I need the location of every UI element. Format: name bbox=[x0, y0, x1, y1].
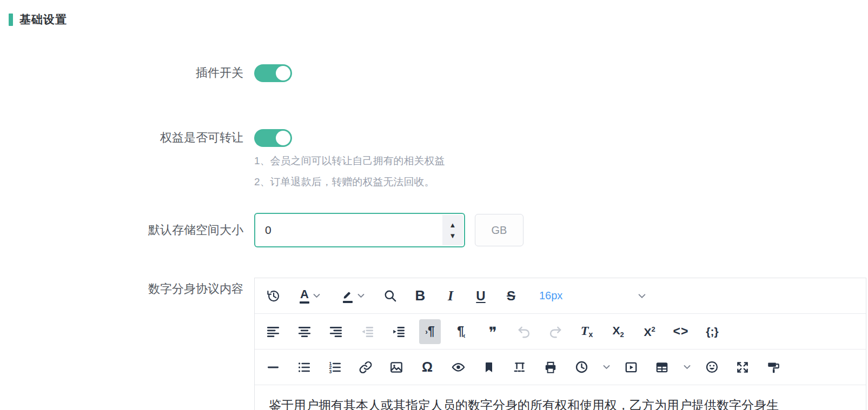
chevron-down-icon bbox=[638, 293, 646, 299]
link-button[interactable] bbox=[355, 355, 376, 380]
search-button[interactable] bbox=[379, 284, 401, 308]
form-row-transferable: 权益是否可转让 bbox=[0, 129, 292, 147]
history-icon bbox=[266, 288, 281, 303]
svg-text:3: 3 bbox=[329, 368, 332, 374]
fullscreen-button[interactable] bbox=[732, 355, 753, 380]
format-paint-button[interactable] bbox=[763, 355, 784, 380]
video-button[interactable] bbox=[620, 355, 642, 380]
fullscreen-icon bbox=[736, 360, 750, 374]
bold-button[interactable]: B bbox=[409, 284, 431, 308]
print-button[interactable] bbox=[540, 355, 561, 380]
chevron-down-icon bbox=[357, 293, 365, 298]
indent-button[interactable] bbox=[388, 319, 409, 344]
font-color-button[interactable]: A bbox=[293, 284, 327, 308]
align-center-button[interactable] bbox=[294, 319, 315, 344]
history-button[interactable] bbox=[262, 284, 284, 308]
paragraph-ltr-button[interactable]: ›¶ bbox=[419, 319, 441, 344]
storage-unit-addon: GB bbox=[475, 214, 524, 246]
form-row-plugin-switch: 插件开关 bbox=[0, 64, 292, 82]
settings-page: 基础设置 插件开关 权益是否可转让 1、会员之间可以转让自己拥有的相关权益 2、… bbox=[0, 0, 868, 410]
clear-format-icon: Tx bbox=[581, 324, 593, 339]
paragraph-ltr-icon: ¶ bbox=[428, 325, 435, 338]
insert-time-button[interactable] bbox=[571, 355, 592, 380]
horizontal-rule-icon bbox=[266, 360, 280, 374]
align-left-button[interactable] bbox=[262, 319, 284, 344]
table-dropdown[interactable] bbox=[682, 355, 692, 380]
highlight-pen-icon bbox=[342, 289, 354, 303]
inline-code-icon: <> bbox=[673, 324, 689, 339]
special-char-button[interactable]: Ω bbox=[416, 355, 438, 380]
redo-button[interactable] bbox=[545, 319, 566, 344]
plugin-switch-toggle[interactable] bbox=[254, 64, 292, 82]
underline-button[interactable]: U bbox=[470, 284, 492, 308]
toggle-knob bbox=[276, 66, 290, 80]
agreement-label: 数字分身协议内容 bbox=[0, 278, 243, 297]
toggle-knob bbox=[276, 131, 290, 145]
outdent-button[interactable] bbox=[356, 319, 378, 344]
redo-icon bbox=[548, 325, 562, 339]
storage-size-input[interactable] bbox=[255, 214, 441, 246]
font-size-select[interactable]: 16px bbox=[534, 284, 650, 308]
blockquote-button[interactable]: ❞ bbox=[482, 319, 503, 344]
table-button[interactable] bbox=[651, 355, 673, 380]
subscript-button[interactable]: X2 bbox=[607, 319, 629, 344]
bookmark-icon bbox=[482, 361, 495, 374]
indent-icon bbox=[392, 325, 406, 339]
section-accent-bar bbox=[9, 14, 13, 26]
editor-toolbar-row-3: 1 2 3 bbox=[255, 349, 866, 385]
transferable-label: 权益是否可转让 bbox=[0, 130, 243, 146]
image-button[interactable] bbox=[386, 355, 407, 380]
align-center-icon bbox=[297, 325, 312, 339]
italic-button[interactable]: I bbox=[440, 284, 461, 308]
bulleted-list-icon bbox=[297, 360, 311, 374]
chevron-down-icon bbox=[603, 365, 610, 369]
preview-button[interactable] bbox=[447, 355, 469, 380]
strikethrough-button[interactable]: S bbox=[500, 284, 522, 308]
print-icon bbox=[544, 360, 558, 374]
plugin-switch-label: 插件开关 bbox=[0, 65, 243, 81]
insert-time-dropdown[interactable] bbox=[601, 355, 611, 380]
align-left-icon bbox=[266, 325, 280, 339]
bold-icon: B bbox=[415, 287, 426, 304]
underline-icon: U bbox=[476, 288, 485, 304]
emoji-button[interactable] bbox=[701, 355, 723, 380]
spinner-down-icon[interactable]: ▼ bbox=[449, 232, 456, 239]
paint-roller-icon bbox=[766, 360, 780, 374]
blockquote-icon: ❞ bbox=[488, 323, 496, 340]
highlight-button[interactable] bbox=[336, 284, 370, 308]
arrow-left-glyph: ‹ bbox=[463, 332, 466, 339]
editor-content[interactable]: 鉴于用户拥有其本人或其指定人员的数字分身的所有权和使用权，乙方为用户提供数字分身… bbox=[255, 385, 866, 410]
superscript-button[interactable]: X2 bbox=[639, 319, 660, 344]
form-row-storage-size: 默认存储空间大小 ▲ ▼ GB bbox=[0, 213, 524, 247]
page-break-icon bbox=[513, 360, 527, 374]
page-break-button[interactable] bbox=[509, 355, 531, 380]
number-spinner: ▲ ▼ bbox=[442, 215, 463, 245]
image-icon bbox=[389, 360, 403, 374]
code-block-button[interactable]: {;} bbox=[701, 319, 723, 344]
table-icon bbox=[655, 360, 669, 374]
emoji-icon bbox=[705, 360, 719, 374]
undo-icon bbox=[517, 325, 531, 339]
numbered-list-button[interactable]: 1 2 3 bbox=[324, 355, 346, 380]
subscript-icon: X2 bbox=[612, 325, 624, 339]
font-color-icon: A bbox=[300, 288, 309, 304]
undo-button[interactable] bbox=[513, 319, 535, 344]
section-title: 基础设置 bbox=[19, 12, 67, 27]
bulleted-list-button[interactable] bbox=[293, 355, 315, 380]
inline-code-button[interactable]: <> bbox=[670, 319, 692, 344]
bookmark-button[interactable] bbox=[478, 355, 500, 380]
clock-icon bbox=[574, 360, 589, 374]
omega-icon: Ω bbox=[422, 359, 433, 375]
tip-line-1: 1、会员之间可以转让自己拥有的相关权益 bbox=[254, 154, 445, 167]
spinner-up-icon[interactable]: ▲ bbox=[449, 221, 456, 228]
clear-format-button[interactable]: Tx bbox=[576, 319, 598, 344]
align-right-button[interactable] bbox=[325, 319, 347, 344]
strikethrough-icon: S bbox=[507, 288, 515, 304]
numbered-list-icon: 1 2 3 bbox=[328, 360, 342, 374]
horizontal-rule-button[interactable] bbox=[262, 355, 284, 380]
paragraph-rtl-button[interactable]: ¶‹ bbox=[450, 319, 472, 344]
search-icon bbox=[383, 288, 397, 303]
editor-toolbar-row-1: A bbox=[255, 278, 866, 314]
link-icon bbox=[359, 360, 373, 374]
transferable-toggle[interactable] bbox=[254, 129, 292, 147]
